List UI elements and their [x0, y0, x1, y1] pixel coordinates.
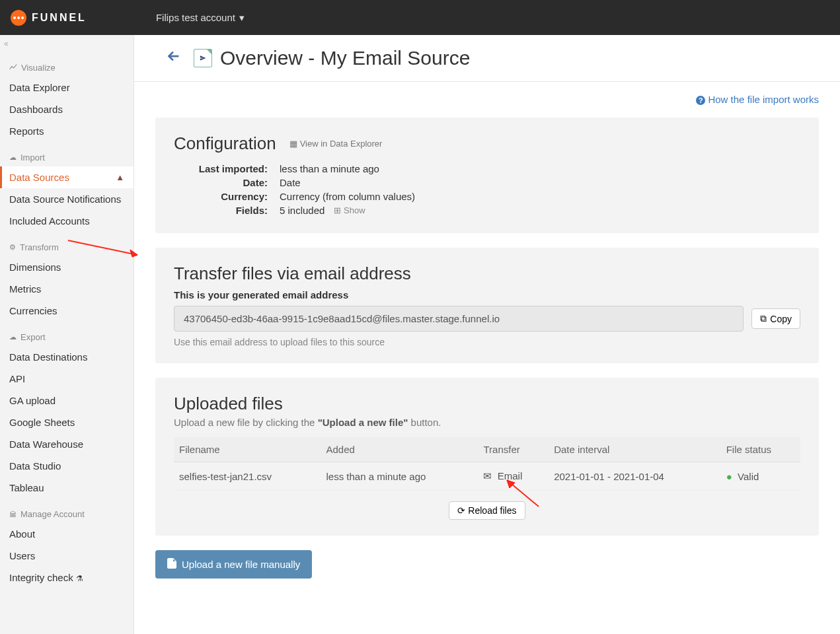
sidebar-item-label: Metrics [9, 283, 41, 295]
sidebar-item-data-destinations[interactable]: Data Destinations [0, 346, 134, 368]
sidebar-item-integrity-check[interactable]: Integrity check ⚗ [0, 567, 134, 588]
sidebar-item-label: Included Accounts [9, 215, 90, 227]
view-in-data-explorer-link[interactable]: ▦ View in Data Explorer [289, 139, 383, 149]
account-name: Filips test account [156, 12, 235, 23]
grid-icon: ▦ [289, 139, 297, 149]
upload-new-file-button[interactable]: Upload a new file manually [155, 550, 312, 579]
sidebar-item-google-sheets[interactable]: Google Sheets [0, 411, 134, 433]
generated-email-field[interactable]: 43706450-ed3b-46aa-9915-1c9e8aad15cd@fil… [174, 306, 744, 332]
sidebar-item-data-source-notifications[interactable]: Data Source Notifications [0, 188, 134, 210]
source-file-icon [194, 49, 212, 67]
config-last-imported-label: Last imported: [174, 163, 280, 174]
cell-transfer: ✉ Email [478, 462, 549, 491]
sidebar: « VisualizeData ExplorerDashboardsReport… [0, 35, 134, 634]
col-interval: Date interval [549, 437, 721, 462]
sidebar-item-label: Dashboards [9, 104, 63, 115]
sidebar-item-reports[interactable]: Reports [0, 120, 134, 142]
sidebar-item-tableau[interactable]: Tableau [0, 477, 134, 499]
cell-filename: selfies-test-jan21.csv [174, 462, 321, 491]
page-title: Overview - My Email Source [220, 47, 470, 69]
cell-interval: 2021-01-01 - 2021-01-04 [549, 462, 721, 491]
sidebar-item-users[interactable]: Users [0, 545, 134, 567]
back-arrow-button[interactable] [166, 49, 180, 67]
file-icon [167, 558, 176, 571]
uploaded-files-description: Upload a new file by clicking the "Uploa… [174, 417, 800, 428]
sidebar-item-included-accounts[interactable]: Included Accounts [0, 210, 134, 232]
warning-icon: ▲ [116, 172, 124, 182]
logo-icon [11, 10, 26, 26]
section-icon: ☁ [9, 333, 17, 341]
nav-section-export: ☁ Export [0, 327, 134, 346]
sidebar-item-label: API [9, 373, 25, 384]
reload-icon: ⟳ [457, 505, 465, 516]
sidebar-item-label: GA upload [9, 395, 56, 406]
sidebar-item-label: Reports [9, 125, 44, 137]
col-status: File status [721, 437, 800, 462]
reload-files-button[interactable]: ⟳ Reload files [449, 501, 525, 520]
sidebar-item-data-sources[interactable]: Data Sources▲ [0, 166, 134, 188]
sidebar-item-label: Tableau [9, 482, 44, 493]
sidebar-item-data-explorer[interactable]: Data Explorer [0, 77, 134, 98]
sidebar-item-label: Data Warehouse [9, 439, 83, 450]
envelope-icon: ✉ [483, 470, 492, 481]
help-link-row: How the file import works [155, 82, 819, 118]
section-icon: ⚙ [9, 243, 16, 252]
nav-section-manage-account: 🏛 Manage Account [0, 504, 134, 523]
cell-added: less than a minute ago [321, 462, 478, 491]
sidebar-item-label: Data Sources [9, 172, 69, 183]
nav-section-import: ☁ Import [0, 147, 134, 166]
sidebar-item-currencies[interactable]: Currencies [0, 300, 134, 322]
uploaded-files-title: Uploaded files [174, 394, 800, 414]
sidebar-item-label: Data Studio [9, 460, 61, 472]
sidebar-item-data-warehouse[interactable]: Data Warehouse [0, 433, 134, 455]
sidebar-item-label: Data Destinations [9, 351, 87, 363]
sidebar-item-metrics[interactable]: Metrics [0, 278, 134, 300]
nav-section-transform: ⚙ Transform [0, 237, 134, 256]
config-currency-value: Currency (from column values) [280, 191, 415, 202]
email-hint: Use this email address to upload files t… [174, 337, 800, 347]
how-import-works-link[interactable]: How the file import works [696, 94, 819, 105]
uploaded-files-panel: Uploaded files Upload a new file by clic… [155, 378, 819, 536]
nav-section-visualize: Visualize [0, 57, 134, 77]
flask-icon: ⚗ [76, 574, 83, 583]
sidebar-item-label: About [9, 528, 35, 540]
page-header: Overview - My Email Source [134, 35, 840, 82]
files-table: Filename Added Transfer Date interval Fi… [174, 437, 800, 491]
table-row[interactable]: selfies-test-jan21.csvless than a minute… [174, 462, 800, 491]
config-date-label: Date: [174, 177, 280, 188]
sidebar-item-ga-upload[interactable]: GA upload [0, 390, 134, 411]
configuration-title: Configuration [174, 133, 276, 154]
caret-down-icon: ▾ [239, 12, 245, 24]
sidebar-item-label: Dimensions [9, 262, 61, 273]
copy-icon: ⧉ [760, 313, 767, 324]
config-date-value: Date [280, 177, 301, 188]
section-icon: 🏛 [9, 511, 17, 518]
sidebar-item-dimensions[interactable]: Dimensions [0, 256, 134, 278]
copy-button[interactable]: ⧉ Copy [751, 308, 800, 329]
email-address-label: This is your generated email address [174, 289, 800, 300]
transfer-title: Transfer files via email address [174, 264, 800, 284]
transfer-panel: Transfer files via email address This is… [155, 248, 819, 363]
main-content: Overview - My Email Source How the file … [134, 35, 840, 634]
config-fields-label: Fields: [174, 205, 280, 216]
plus-icon: ⊞ [334, 205, 341, 215]
col-added: Added [321, 437, 478, 462]
brand-text: FUNNEL [32, 12, 87, 24]
collapse-sidebar-icon[interactable]: « [4, 39, 9, 48]
top-bar: FUNNEL Filips test account ▾ [0, 0, 840, 35]
configuration-panel: Configuration ▦ View in Data Explorer La… [155, 118, 819, 233]
show-fields-toggle[interactable]: ⊞ Show [334, 205, 365, 215]
sidebar-item-about[interactable]: About [0, 523, 134, 545]
sidebar-item-api[interactable]: API [0, 368, 134, 390]
sidebar-item-dashboards[interactable]: Dashboards [0, 98, 134, 120]
sidebar-item-data-studio[interactable]: Data Studio [0, 455, 134, 477]
sidebar-item-label: Data Source Notifications [9, 194, 121, 205]
sidebar-item-label: Google Sheets [9, 417, 75, 428]
config-last-imported-value: less than a minute ago [280, 163, 379, 174]
section-icon: ☁ [9, 153, 17, 162]
col-transfer: Transfer [478, 437, 549, 462]
config-currency-label: Currency: [174, 191, 280, 202]
cell-status: ● Valid [721, 462, 800, 491]
check-circle-icon: ● [726, 471, 732, 482]
account-switcher[interactable]: Filips test account ▾ [156, 12, 245, 24]
